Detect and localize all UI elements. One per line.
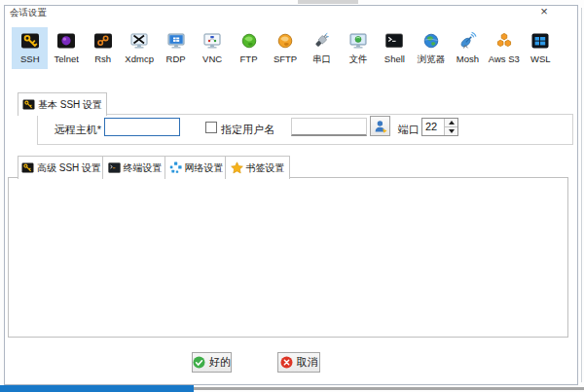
tab-bookmark-settings[interactable]: 书签设置 [225, 156, 290, 179]
session-type-rdp[interactable]: RDP [158, 27, 194, 69]
session-type-label: 文件 [348, 53, 367, 66]
session-type-label: VNC [202, 53, 222, 64]
serial-plug-icon [311, 31, 331, 51]
tab-terminal-settings[interactable]: 终端设置 [102, 156, 167, 179]
taskbar-strip-gray [194, 387, 584, 390]
screen-edge-line [581, 8, 582, 382]
network-dots-icon [169, 161, 182, 174]
session-type-label: WSL [530, 53, 551, 64]
session-type-ssh[interactable]: SSH [12, 27, 48, 69]
tab-label: 书签设置 [246, 161, 285, 175]
check-circle-icon [193, 356, 205, 369]
close-button[interactable]: × [536, 4, 552, 19]
tab-label: 基本 SSH 设置 [38, 98, 102, 112]
tab-basic-ssh-settings[interactable]: 基本 SSH 设置 [18, 92, 107, 116]
background-window-fragment [298, 0, 358, 4]
wsl-icon [530, 31, 550, 51]
sftp-globe-icon [275, 31, 295, 51]
xdmcp-icon [129, 31, 149, 51]
rsh-icon [93, 31, 113, 51]
rdp-icon [166, 31, 186, 51]
session-panel [8, 177, 568, 338]
session-type-label: Telnet [55, 53, 79, 64]
ssh-key-icon [20, 31, 40, 51]
ssh-key-icon [21, 161, 34, 174]
session-type-label: SFTP [274, 53, 297, 64]
session-type-telnet[interactable]: Telnet [48, 27, 84, 69]
tab-label: 网络设置 [185, 161, 224, 175]
ssh-key-icon [22, 98, 35, 111]
session-type-label: Shell [384, 53, 405, 64]
session-type-file[interactable]: 文件 [340, 27, 376, 69]
ftp-globe-icon [239, 31, 259, 51]
shell-icon [384, 31, 404, 51]
session-type-label: 浏览器 [418, 53, 446, 66]
terminal-icon [108, 161, 121, 174]
browser-globe-icon [421, 31, 441, 51]
file-monitor-icon [348, 31, 368, 51]
close-icon: × [540, 4, 548, 18]
session-type-mosh[interactable]: Mosh [450, 27, 486, 69]
session-type-sftp[interactable]: SFTP [267, 27, 303, 69]
ok-button[interactable]: 好的 [192, 352, 232, 373]
aws-s3-icon [494, 31, 514, 51]
session-type-label: 串口 [312, 53, 331, 66]
session-type-label: SSH [20, 53, 40, 64]
tab-label: 高级 SSH 设置 [37, 161, 101, 175]
vnc-icon [202, 31, 222, 51]
session-type-browser[interactable]: 浏览器 [413, 27, 449, 69]
telnet-icon [56, 31, 76, 51]
tab-network-settings[interactable]: 网络设置 [164, 156, 228, 179]
ok-label: 好的 [209, 355, 231, 370]
dialog-title: 会话设置 [10, 7, 47, 19]
screen: 会话设置 × SSH Telnet Rsh Xdmcp RDP VNC [0, 0, 584, 392]
session-type-aws-s3[interactable]: Aws S3 [486, 27, 522, 69]
session-type-ftp[interactable]: FTP [231, 27, 267, 69]
session-type-label: FTP [240, 53, 258, 64]
tab-advanced-ssh-settings[interactable]: 高级 SSH 设置 [18, 156, 105, 179]
mosh-dish-icon [457, 31, 477, 51]
x-circle-icon [280, 356, 293, 369]
session-type-label: Aws S3 [489, 53, 520, 64]
session-type-serial[interactable]: 串口 [304, 27, 340, 69]
session-type-label: RDP [166, 53, 186, 64]
basic-settings-groupbox [37, 114, 573, 145]
session-type-shell[interactable]: Shell [377, 27, 413, 69]
session-type-list: SSH Telnet Rsh Xdmcp RDP VNC FTP [12, 27, 559, 69]
session-type-label: Rsh [94, 53, 111, 64]
session-type-label: Xdmcp [125, 53, 154, 64]
taskbar-strip-blue [0, 385, 194, 392]
session-type-wsl[interactable]: WSL [523, 27, 559, 69]
session-type-vnc[interactable]: VNC [194, 27, 230, 69]
cancel-button[interactable]: 取消 [277, 352, 320, 373]
tab-label: 终端设置 [124, 161, 163, 175]
session-type-xdmcp[interactable]: Xdmcp [121, 27, 157, 69]
star-icon [231, 161, 243, 174]
cancel-label: 取消 [297, 355, 318, 370]
session-type-label: Mosh [456, 53, 479, 64]
session-type-rsh[interactable]: Rsh [85, 27, 121, 69]
